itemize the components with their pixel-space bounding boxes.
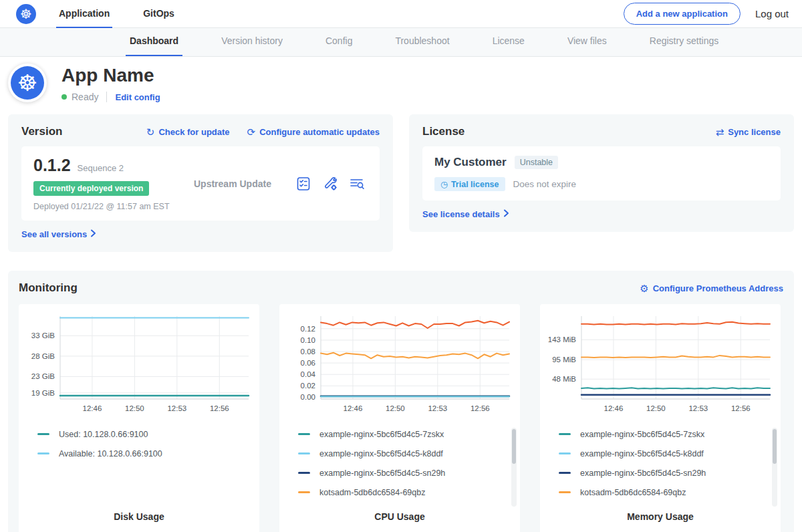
- preflight-checks-icon[interactable]: [295, 176, 311, 192]
- tab-license[interactable]: License: [489, 35, 529, 56]
- legend-scrollbar-thumb[interactable]: [512, 429, 516, 464]
- status-badge: Ready: [72, 92, 98, 102]
- svg-text:12:56: 12:56: [471, 404, 490, 412]
- channel-badge: Unstable: [515, 156, 558, 169]
- legend-color-dash: [298, 433, 310, 435]
- legend-item: example-nginx-5bc6f5d4c5-k8ddf: [298, 444, 513, 463]
- version-card-title: Version: [21, 125, 62, 138]
- edit-config-wrench-icon[interactable]: [322, 176, 338, 192]
- license-card-title: License: [422, 125, 464, 138]
- tab-config[interactable]: Config: [321, 35, 356, 56]
- page-title: App Name: [61, 65, 160, 86]
- legend-color-dash: [298, 491, 310, 493]
- app-sub-nav: Dashboard Version history Config Trouble…: [0, 28, 802, 57]
- svg-text:12:50: 12:50: [125, 404, 144, 412]
- legend-item: example-nginx-5bc6f5d4c5-k8ddf: [559, 444, 774, 463]
- svg-text:143 MiB: 143 MiB: [548, 336, 577, 344]
- log-out-button[interactable]: Log out: [755, 8, 789, 19]
- chart-title: Disk Usage: [25, 511, 253, 527]
- configure-prometheus-link[interactable]: ⚙ Configure Prometheus Address: [640, 283, 783, 293]
- svg-text:12:50: 12:50: [646, 404, 666, 412]
- svg-text:12:53: 12:53: [167, 404, 186, 412]
- view-diff-icon[interactable]: [349, 176, 365, 192]
- customer-name: My Customer: [434, 156, 507, 169]
- legend-color-dash: [37, 433, 49, 435]
- legend-color-dash: [559, 433, 571, 435]
- svg-text:0.04: 0.04: [301, 370, 316, 378]
- see-license-details-link[interactable]: See license details: [422, 209, 509, 219]
- stopwatch-icon: ◷: [440, 179, 448, 189]
- check-for-update-link[interactable]: ↻ Check for update: [146, 127, 230, 137]
- svg-text:33 GiB: 33 GiB: [31, 331, 55, 340]
- trial-license-badge: ◷ Trial license: [434, 177, 505, 191]
- legend-item: Available: 10.128.0.66:9100: [37, 444, 253, 463]
- tab-application-label: Application: [59, 8, 110, 19]
- cpu-usage-chart: 12:4612:5012:5312:560.120.100.080.060.04…: [286, 312, 513, 418]
- tab-registry-settings[interactable]: Registry settings: [646, 35, 722, 56]
- svg-text:19 GiB: 19 GiB: [31, 389, 55, 397]
- kubernetes-logo-icon[interactable]: ☸: [16, 4, 36, 24]
- svg-text:12:46: 12:46: [604, 404, 624, 412]
- add-new-application-button[interactable]: Add a new application: [624, 3, 741, 25]
- deployed-timestamp: Deployed 01/21/22 @ 11:57 am EST: [33, 202, 194, 211]
- tab-application[interactable]: Application: [56, 0, 112, 28]
- tab-view-files[interactable]: View files: [563, 35, 611, 56]
- svg-text:12:56: 12:56: [731, 404, 751, 412]
- sync-license-label: Sync license: [728, 127, 781, 137]
- svg-text:0.00: 0.00: [301, 393, 315, 401]
- clock-refresh-icon: ⟳: [247, 127, 256, 137]
- version-number: 0.1.2: [33, 156, 71, 175]
- svg-text:12:46: 12:46: [83, 404, 102, 412]
- see-all-versions-link[interactable]: See all versions: [21, 229, 96, 239]
- license-details-row: My Customer Unstable ◷ Trial license Doe…: [422, 146, 781, 201]
- tab-gitops-label: GitOps: [143, 8, 174, 19]
- svg-text:0.10: 0.10: [301, 336, 315, 344]
- disk-usage-chart-card: 12:4612:5012:5312:5633 GiB28 GiB23 GiB19…: [19, 304, 259, 532]
- version-card: Version ↻ Check for update ⟳ Configure a…: [8, 114, 393, 252]
- legend-item: example-nginx-5bc6f5d4c5-7zskx: [559, 424, 774, 444]
- configure-automatic-updates-link[interactable]: ⟳ Configure automatic updates: [247, 127, 380, 137]
- svg-text:12:56: 12:56: [210, 404, 229, 412]
- svg-text:12:50: 12:50: [386, 404, 405, 412]
- legend-scrollbar-thumb[interactable]: [773, 429, 777, 464]
- legend-item: Used: 10.128.0.66:9100: [37, 424, 253, 444]
- legend-label: kotsadm-5db6dc6584-69qbz: [580, 488, 686, 497]
- legend-label: Available: 10.128.0.66:9100: [59, 449, 162, 458]
- cards-row: Version ↻ Check for update ⟳ Configure a…: [8, 114, 794, 252]
- legend-scrollbar[interactable]: [511, 428, 517, 507]
- legend-item: example-nginx-5bc6f5d4c5-7zskx: [298, 424, 513, 444]
- legend-item: example-nginx-5bc6f5d4c5-sn29h: [559, 463, 774, 483]
- chevron-right-icon: [503, 209, 509, 219]
- sync-arrows-icon: ⇄: [716, 127, 724, 137]
- version-source-label: Upstream Update: [194, 178, 295, 189]
- memory-usage-legend: example-nginx-5bc6f5d4c5-7zskxexample-ng…: [559, 424, 774, 503]
- sync-license-link[interactable]: ⇄ Sync license: [716, 127, 781, 137]
- edit-config-link[interactable]: Edit config: [115, 92, 160, 102]
- svg-text:95 MiB: 95 MiB: [552, 356, 576, 364]
- kubernetes-app-icon: ☸: [11, 66, 44, 100]
- tab-dashboard[interactable]: Dashboard: [126, 35, 182, 56]
- svg-text:0.02: 0.02: [301, 382, 315, 390]
- svg-text:28 GiB: 28 GiB: [31, 352, 55, 360]
- svg-text:0.08: 0.08: [301, 348, 315, 356]
- app-header: ☸ App Name Ready Edit config: [0, 57, 802, 112]
- tab-troubleshoot[interactable]: Troubleshoot: [391, 35, 453, 56]
- tab-gitops[interactable]: GitOps: [140, 0, 177, 28]
- disk-usage-chart: 12:4612:5012:5312:5633 GiB28 GiB23 GiB19…: [25, 312, 253, 418]
- svg-text:12:53: 12:53: [428, 404, 447, 412]
- legend-label: example-nginx-5bc6f5d4c5-sn29h: [319, 469, 445, 478]
- svg-text:12:46: 12:46: [344, 404, 363, 412]
- status-dot: [61, 94, 67, 100]
- memory-usage-chart-card: 12:4612:5012:5312:56143 MiB95 MiB48 MiB …: [540, 304, 781, 532]
- tab-version-history[interactable]: Version history: [217, 35, 287, 56]
- top-nav: ☸ Application GitOps Add a new applicati…: [0, 0, 802, 28]
- monitoring-title: Monitoring: [19, 281, 78, 295]
- legend-label: example-nginx-5bc6f5d4c5-7zskx: [580, 430, 704, 439]
- legend-color-dash: [298, 472, 310, 474]
- legend-color-dash: [37, 452, 49, 454]
- legend-label: Used: 10.128.0.66:9100: [59, 430, 148, 439]
- legend-item: kotsadm-5db6dc6584-69qbz: [298, 483, 513, 502]
- legend-color-dash: [559, 491, 571, 493]
- gear-icon: ⚙: [640, 283, 648, 293]
- legend-scrollbar[interactable]: [772, 428, 777, 507]
